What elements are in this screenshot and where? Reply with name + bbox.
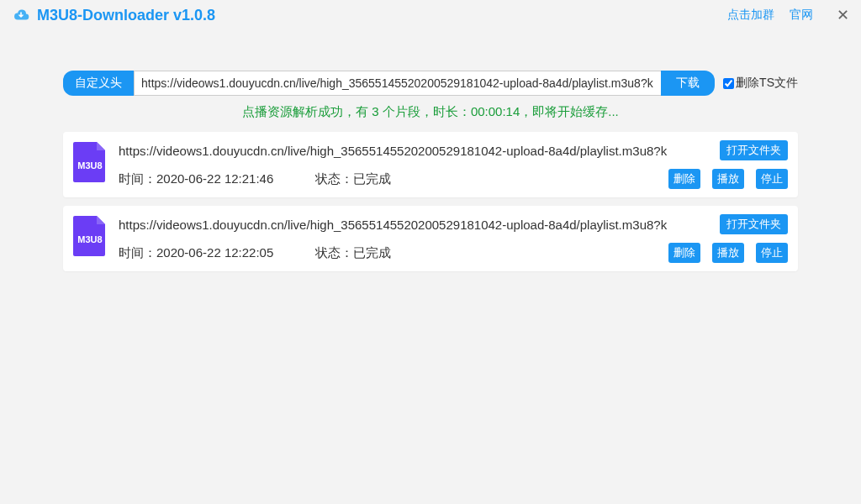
download-item: M3U8 https://videows1.douyucdn.cn/live/h… (63, 206, 798, 271)
download-item-body: https://videows1.douyucdn.cn/live/high_3… (119, 214, 788, 263)
svg-text:M3U8: M3U8 (77, 160, 102, 171)
download-time: 时间：2020-06-22 12:22:05 (119, 245, 273, 261)
input-row: 自定义头 下载 删除TS文件 (63, 71, 798, 96)
play-button[interactable]: 播放 (712, 169, 744, 189)
app-logo-icon (12, 6, 30, 24)
download-status: 状态：已完成 (315, 245, 391, 261)
app-title: M3U8-Downloader v1.0.8 (37, 7, 727, 24)
svg-text:M3U8: M3U8 (77, 234, 102, 244)
download-list: M3U8 https://videows1.douyucdn.cn/live/h… (63, 132, 798, 271)
delete-ts-checkbox[interactable] (723, 78, 734, 89)
delete-button[interactable]: 删除 (668, 243, 700, 263)
file-type-icon: M3U8 (71, 214, 108, 258)
stop-button[interactable]: 停止 (756, 169, 788, 189)
download-item-row-1: https://videows1.douyucdn.cn/live/high_3… (119, 140, 788, 160)
download-time: 时间：2020-06-22 12:21:46 (119, 171, 273, 187)
download-button[interactable]: 下载 (661, 71, 715, 96)
download-item-body: https://videows1.douyucdn.cn/live/high_3… (119, 140, 788, 189)
open-folder-button[interactable]: 打开文件夹 (720, 140, 788, 160)
download-item-row-2: 时间：2020-06-22 12:22:05 状态：已完成 删除 播放 停止 (119, 243, 788, 263)
official-site-link[interactable]: 官网 (790, 8, 813, 23)
close-icon[interactable]: ✕ (833, 6, 853, 24)
custom-header-button[interactable]: 自定义头 (63, 71, 134, 96)
stop-button[interactable]: 停止 (756, 243, 788, 263)
file-type-icon: M3U8 (71, 140, 108, 184)
download-status: 状态：已完成 (315, 171, 391, 187)
url-input[interactable] (134, 71, 661, 96)
download-url: https://videows1.douyucdn.cn/live/high_3… (119, 144, 711, 158)
titlebar: M3U8-Downloader v1.0.8 点击加群 官网 ✕ (0, 0, 861, 30)
join-group-link[interactable]: 点击加群 (727, 8, 774, 23)
download-item-row-2: 时间：2020-06-22 12:21:46 状态：已完成 删除 播放 停止 (119, 169, 788, 189)
main-content: 自定义头 下载 删除TS文件 点播资源解析成功，有 3 个片段，时长：00:00… (0, 30, 861, 271)
download-url: https://videows1.douyucdn.cn/live/high_3… (119, 218, 711, 232)
delete-button[interactable]: 删除 (668, 169, 700, 189)
download-item: M3U8 https://videows1.douyucdn.cn/live/h… (63, 132, 798, 197)
delete-ts-option[interactable]: 删除TS文件 (723, 76, 798, 91)
play-button[interactable]: 播放 (712, 243, 744, 263)
status-message: 点播资源解析成功，有 3 个片段，时长：00:00:14，即将开始缓存... (63, 104, 798, 120)
download-item-row-1: https://videows1.douyucdn.cn/live/high_3… (119, 214, 788, 234)
delete-ts-label: 删除TS文件 (736, 76, 798, 91)
open-folder-button[interactable]: 打开文件夹 (720, 214, 788, 234)
